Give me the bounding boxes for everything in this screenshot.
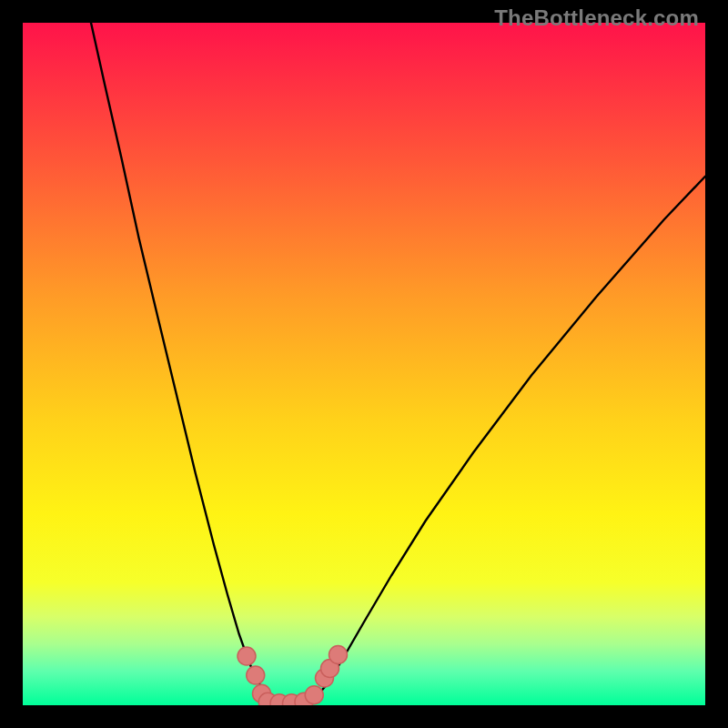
- chart-frame: TheBottleneck.com: [0, 0, 728, 728]
- watermark-text: TheBottleneck.com: [494, 5, 699, 31]
- background-gradient: [23, 23, 705, 705]
- plot-area: [23, 23, 705, 705]
- svg-rect-0: [23, 23, 705, 705]
